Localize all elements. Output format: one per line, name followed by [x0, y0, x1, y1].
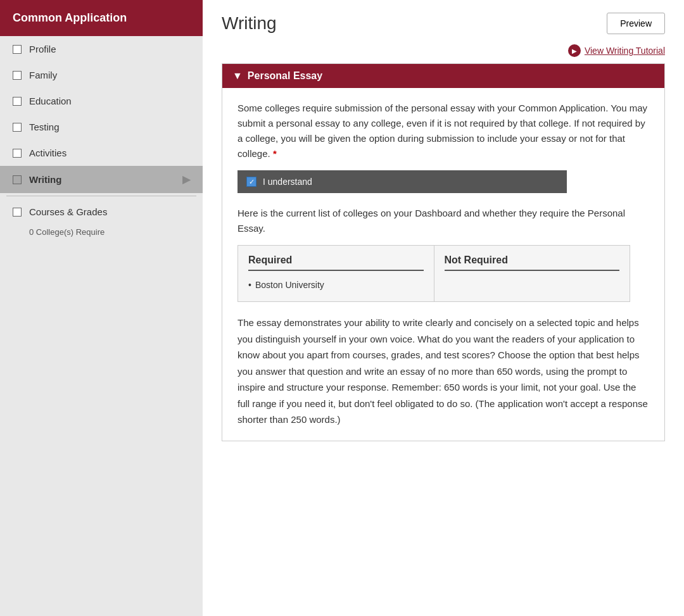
sidebar-item-label: Courses & Grades [29, 206, 107, 217]
activities-checkbox[interactable] [13, 149, 22, 158]
required-college-name: Boston University [255, 280, 324, 290]
personal-essay-title: Personal Essay [248, 70, 322, 82]
main-header: Writing Preview [222, 13, 665, 34]
required-header: Required [248, 255, 424, 271]
sidebar-item-courses-grades[interactable]: Courses & Grades [0, 199, 203, 225]
sidebar-item-writing[interactable]: Writing [0, 166, 203, 193]
sidebar-item-activities[interactable]: Activities [0, 140, 203, 166]
app-title: Common Application [13, 11, 127, 24]
personal-essay-body: Some colleges require submission of the … [222, 88, 664, 441]
sidebar-item-education[interactable]: Education [0, 88, 203, 114]
preview-button[interactable]: Preview [607, 13, 665, 34]
not-required-column: Not Required [434, 246, 630, 301]
understand-label: I understand [263, 177, 312, 187]
sidebar-header: Common Application [0, 0, 203, 36]
sidebar-item-label: Activities [29, 148, 66, 158]
tutorial-link[interactable]: View Writing Tutorial [585, 46, 665, 56]
sidebar-item-label: Profile [29, 44, 56, 54]
sidebar-divider [6, 196, 196, 196]
play-icon: ▶ [568, 44, 581, 57]
sidebar-item-label: Writing [29, 174, 61, 185]
sidebar-item-testing[interactable]: Testing [0, 114, 203, 140]
writing-checkbox[interactable] [13, 175, 22, 184]
courses-grades-sub: 0 College(s) Require [0, 225, 203, 239]
not-required-header: Not Required [445, 255, 620, 271]
required-column: Required • Boston University [238, 246, 434, 301]
sidebar-item-label: Testing [29, 122, 60, 132]
intro-text: Some colleges require submission of the … [238, 101, 649, 161]
understand-checkbox[interactable]: ✓ [246, 177, 256, 187]
sidebar-item-label: Education [29, 96, 72, 106]
education-checkbox[interactable] [13, 97, 22, 106]
sidebar: Common Application Profile Family Educat… [0, 0, 203, 616]
courses-grades-sub-label: 0 College(s) Require [29, 227, 104, 237]
sidebar-item-label: Family [29, 70, 57, 80]
sidebar-item-profile[interactable]: Profile [0, 36, 203, 62]
required-star: * [273, 148, 277, 159]
required-item-0: • Boston University [248, 277, 424, 292]
main-content: Writing Preview ▶ View Writing Tutorial … [203, 0, 684, 616]
family-checkbox[interactable] [13, 71, 22, 80]
essay-description: The essay demonstrates your ability to w… [238, 315, 649, 428]
bullet-icon: • [248, 280, 251, 290]
personal-essay-section: ▼ Personal Essay Some colleges require s… [222, 63, 665, 441]
courses-grades-checkbox[interactable] [13, 208, 22, 217]
colleges-intro: Here is the current list of colleges on … [238, 206, 649, 236]
sidebar-item-family[interactable]: Family [0, 62, 203, 88]
profile-checkbox[interactable] [13, 45, 22, 54]
understand-bar[interactable]: ✓ I understand [238, 170, 567, 193]
page-title: Writing [222, 13, 277, 34]
colleges-table: Required • Boston University Not Require… [238, 245, 630, 302]
intro-text-content: Some colleges require submission of the … [238, 103, 647, 159]
collapse-icon: ▼ [232, 70, 243, 82]
tutorial-link-row: ▶ View Writing Tutorial [222, 44, 665, 57]
testing-checkbox[interactable] [13, 123, 22, 132]
personal-essay-header[interactable]: ▼ Personal Essay [222, 64, 664, 88]
